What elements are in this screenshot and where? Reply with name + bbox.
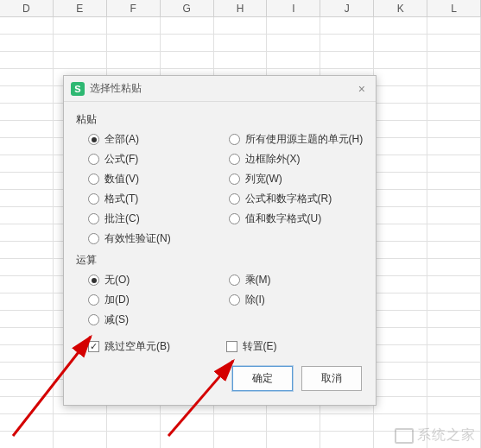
ok-button[interactable]: 确定 — [232, 366, 293, 391]
cell[interactable] — [427, 121, 481, 137]
cell[interactable] — [374, 345, 427, 362]
cell[interactable] — [427, 138, 481, 155]
column-header[interactable]: G — [161, 0, 214, 16]
cell[interactable] — [214, 35, 268, 51]
cell[interactable] — [374, 276, 427, 293]
cell[interactable] — [0, 380, 54, 396]
paste-option-radio[interactable]: 所有使用源主题的单元(H) — [229, 132, 364, 147]
cell[interactable] — [0, 311, 54, 327]
cell[interactable] — [267, 35, 320, 51]
cell[interactable] — [161, 35, 214, 51]
cell[interactable] — [374, 121, 427, 137]
cell[interactable] — [427, 104, 481, 120]
cell[interactable] — [427, 52, 481, 68]
cell[interactable] — [0, 293, 54, 310]
cell[interactable] — [0, 121, 54, 137]
cell[interactable] — [427, 363, 481, 379]
cell[interactable] — [320, 35, 374, 51]
cell[interactable] — [267, 17, 320, 34]
cell[interactable] — [427, 328, 481, 344]
cell[interactable] — [54, 17, 107, 34]
cell[interactable] — [427, 293, 481, 310]
cell[interactable] — [374, 380, 427, 396]
cell[interactable] — [374, 35, 427, 51]
paste-option-radio[interactable]: 有效性验证(N) — [88, 231, 224, 246]
cell[interactable] — [0, 276, 54, 293]
cell[interactable] — [320, 414, 374, 431]
cell[interactable] — [267, 432, 320, 448]
cell[interactable] — [374, 190, 427, 206]
cell[interactable] — [374, 293, 427, 310]
column-header[interactable]: F — [107, 0, 161, 16]
paste-option-radio[interactable]: 数值(V) — [88, 172, 224, 186]
cell[interactable] — [0, 138, 54, 155]
cell[interactable] — [0, 52, 54, 68]
cell[interactable] — [0, 397, 54, 413]
cell[interactable] — [0, 259, 54, 275]
cell[interactable] — [107, 17, 161, 34]
paste-option-radio[interactable]: 列宽(W) — [229, 172, 364, 186]
transpose-checkbox[interactable]: 转置(E) — [226, 339, 364, 354]
cell[interactable] — [427, 35, 481, 51]
cell[interactable] — [0, 35, 54, 51]
cell[interactable] — [0, 363, 54, 379]
cell[interactable] — [427, 311, 481, 327]
column-header[interactable]: L — [427, 0, 481, 16]
cell[interactable] — [0, 69, 54, 85]
cell[interactable] — [374, 242, 427, 258]
cell[interactable] — [374, 259, 427, 275]
paste-option-radio[interactable]: 批注(C) — [88, 211, 224, 226]
cell[interactable] — [107, 52, 161, 68]
cell[interactable] — [427, 276, 481, 293]
cell[interactable] — [427, 173, 481, 189]
operation-option-radio[interactable]: 乘(M) — [229, 273, 364, 287]
skip-blanks-checkbox[interactable]: 跳过空单元(B) — [88, 339, 226, 354]
cell[interactable] — [0, 17, 54, 34]
cell[interactable] — [0, 104, 54, 120]
cell[interactable] — [0, 224, 54, 241]
cell[interactable] — [427, 397, 481, 413]
cell[interactable] — [161, 17, 214, 34]
column-header[interactable]: D — [0, 0, 54, 16]
cancel-button[interactable]: 取消 — [301, 366, 362, 391]
cell[interactable] — [374, 86, 427, 103]
cell[interactable] — [427, 155, 481, 172]
cell[interactable] — [374, 397, 427, 413]
paste-option-radio[interactable]: 值和数字格式(U) — [229, 211, 364, 226]
cell[interactable] — [374, 311, 427, 327]
cell[interactable] — [374, 17, 427, 34]
cell[interactable] — [427, 207, 481, 224]
cell[interactable] — [427, 224, 481, 241]
cell[interactable] — [0, 173, 54, 189]
cell[interactable] — [374, 155, 427, 172]
column-header[interactable]: E — [54, 0, 107, 16]
cell[interactable] — [374, 224, 427, 241]
cell[interactable] — [427, 190, 481, 206]
paste-option-radio[interactable]: 公式(F) — [88, 152, 224, 167]
cell[interactable] — [427, 69, 481, 85]
cell[interactable] — [214, 52, 268, 68]
cell[interactable] — [0, 242, 54, 258]
cell[interactable] — [214, 414, 268, 431]
paste-option-radio[interactable]: 公式和数字格式(R) — [229, 192, 364, 206]
cell[interactable] — [54, 432, 107, 448]
cell[interactable] — [54, 414, 107, 431]
cell[interactable] — [267, 414, 320, 431]
cell[interactable] — [374, 207, 427, 224]
cell[interactable] — [0, 86, 54, 103]
cell[interactable] — [320, 17, 374, 34]
cell[interactable] — [107, 35, 161, 51]
paste-option-radio[interactable]: 格式(T) — [88, 192, 224, 206]
column-header[interactable]: H — [214, 0, 268, 16]
cell[interactable] — [0, 155, 54, 172]
cell[interactable] — [427, 17, 481, 34]
cell[interactable] — [374, 104, 427, 120]
cell[interactable] — [0, 432, 54, 448]
cell[interactable] — [374, 69, 427, 85]
operation-option-radio[interactable]: 减(S) — [88, 312, 224, 327]
column-header[interactable]: I — [267, 0, 320, 16]
cell[interactable] — [427, 259, 481, 275]
cell[interactable] — [374, 173, 427, 189]
cell[interactable] — [267, 52, 320, 68]
cell[interactable] — [0, 190, 54, 206]
